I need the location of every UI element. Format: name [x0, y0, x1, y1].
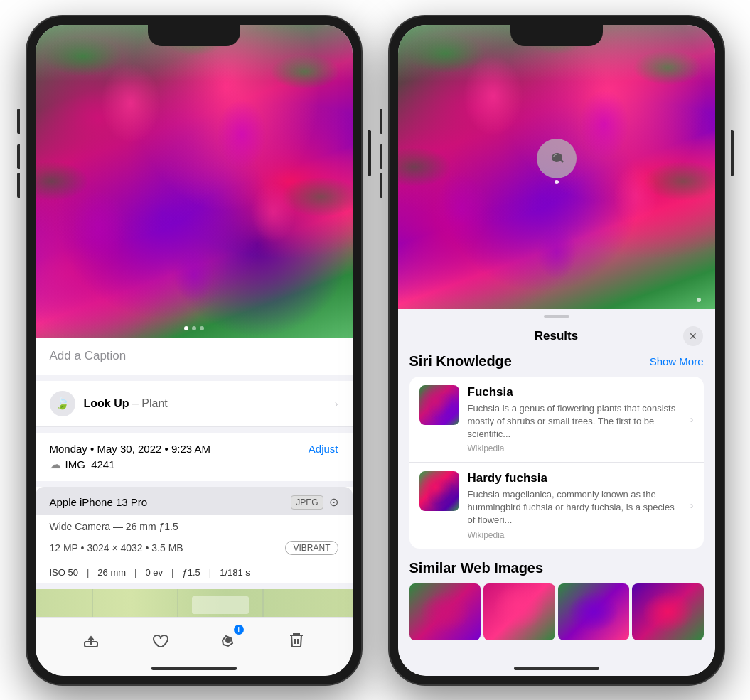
- similar-images-grid: [409, 583, 704, 640]
- similar-image-1[interactable]: [409, 583, 481, 640]
- similar-web-section: Similar Web Images: [409, 560, 704, 640]
- map-roads: [36, 589, 353, 617]
- hardy-source: Wikipedia: [468, 530, 682, 540]
- fuchsia-name: Fuchsia: [468, 385, 682, 399]
- vibrant-badge: VIBRANT: [285, 541, 338, 555]
- camera-detail-row2: 12 MP • 3024 × 4032 • 3.5 MB VIBRANT: [36, 538, 353, 561]
- map-background: [36, 589, 353, 617]
- adjust-button[interactable]: Adjust: [309, 443, 338, 455]
- favorite-button[interactable]: [145, 626, 173, 655]
- close-button[interactable]: ✕: [683, 326, 703, 346]
- hardy-desc: Fuchsia magellanica, commonly known as t…: [468, 488, 682, 527]
- spec-aperture: ƒ1.5: [182, 567, 200, 578]
- share-button[interactable]: [77, 626, 105, 655]
- leaf-icon: 🍃: [55, 397, 70, 410]
- cloud-icon: ☁: [50, 458, 61, 471]
- left-phone: Add a Caption 🍃 Look Up – Plant › Monday…: [27, 16, 361, 684]
- mp-info: 12 MP • 3024 × 4032 • 3.5 MB: [50, 542, 183, 554]
- fuchsia-chevron: ›: [690, 414, 694, 425]
- hardy-thumb-image: [419, 471, 459, 511]
- photo-dot-right: [697, 298, 701, 302]
- camera-specs: ISO 50 | 26 mm | 0 ev | ƒ1.5 | 1/181 s: [36, 561, 353, 583]
- results-title: Results: [535, 329, 578, 343]
- delete-button[interactable]: [282, 626, 311, 655]
- knowledge-item-fuchsia[interactable]: Fuchsia Fuchsia is a genus of flowering …: [409, 377, 704, 463]
- hardy-thumbnail: [419, 471, 459, 511]
- visual-search-button[interactable]: [537, 139, 577, 178]
- hardy-name: Hardy fuchsia: [468, 471, 682, 485]
- results-content: Siri Knowledge Show More Fuchsia Fuchsia…: [398, 353, 715, 676]
- hardy-chevron: ›: [690, 500, 694, 511]
- lookup-row[interactable]: 🍃 Look Up – Plant ›: [36, 381, 353, 427]
- photo-area[interactable]: [36, 25, 353, 338]
- fuchsia-desc: Fuchsia is a genus of flowering plants t…: [468, 402, 682, 441]
- fuchsia-text: Fuchsia Fuchsia is a genus of flowering …: [468, 385, 682, 454]
- camera-section: Apple iPhone 13 Pro JPEG ⊙ Wide Camera —…: [36, 487, 353, 583]
- similar-image-4[interactable]: [632, 583, 704, 640]
- lookup-icon: 🍃: [50, 391, 75, 416]
- camera-icon: ⊙: [329, 495, 338, 509]
- siri-knowledge-title: Siri Knowledge: [409, 353, 512, 370]
- spec-ev: 0 ev: [145, 567, 163, 578]
- similar-web-title: Similar Web Images: [409, 560, 704, 576]
- info-panel: Add a Caption 🍃 Look Up – Plant › Monday…: [36, 338, 353, 617]
- flower-image: [36, 25, 353, 338]
- similar-image-2[interactable]: [483, 583, 555, 640]
- info-button[interactable]: i: [214, 626, 242, 655]
- map-area[interactable]: [36, 589, 353, 617]
- meta-filename: ☁ IMG_4241: [50, 458, 338, 471]
- notch: [148, 25, 240, 46]
- knowledge-item-hardy[interactable]: Hardy fuchsia Fuchsia magellanica, commo…: [409, 463, 704, 549]
- caption-placeholder: Add a Caption: [50, 349, 127, 362]
- fuchsia-thumb-image: [419, 385, 459, 425]
- right-notch: [510, 25, 603, 46]
- knowledge-card: Fuchsia Fuchsia is a genus of flowering …: [409, 377, 704, 549]
- siri-knowledge-header: Siri Knowledge Show More: [409, 353, 704, 370]
- dot-2: [192, 326, 196, 330]
- caption-area[interactable]: Add a Caption: [36, 338, 353, 375]
- spec-focal: 26 mm: [97, 567, 126, 578]
- right-photo-area[interactable]: [398, 25, 715, 309]
- lookup-chevron: ›: [335, 398, 338, 409]
- fuchsia-thumbnail: [419, 385, 459, 425]
- photo-pagination: [184, 326, 204, 330]
- right-phone: Results ✕ Siri Knowledge Show More: [390, 16, 724, 684]
- dot-3: [200, 326, 204, 330]
- camera-wide: Wide Camera — 26 mm ƒ1.5: [36, 515, 353, 538]
- hardy-text: Hardy fuchsia Fuchsia magellanica, commo…: [468, 471, 682, 540]
- spec-shutter: 1/181 s: [220, 567, 250, 578]
- dot-1: [184, 326, 188, 330]
- spec-iso: ISO 50: [50, 567, 78, 578]
- info-badge: i: [234, 625, 244, 635]
- lookup-label: Look Up – Plant: [84, 397, 168, 410]
- visual-search-icon: [547, 149, 567, 168]
- meta-date: Monday • May 30, 2022 • 9:23 AM: [50, 443, 210, 455]
- home-indicator: [151, 667, 237, 670]
- camera-name: Apple iPhone 13 Pro: [50, 496, 148, 508]
- fuchsia-source: Wikipedia: [468, 443, 682, 453]
- similar-image-3[interactable]: [558, 583, 630, 640]
- svg-point-9: [226, 638, 230, 642]
- results-panel: Results ✕ Siri Knowledge Show More: [398, 309, 715, 676]
- svg-rect-5: [192, 596, 249, 614]
- right-home-indicator: [514, 667, 599, 670]
- camera-header: Apple iPhone 13 Pro JPEG ⊙: [36, 487, 353, 515]
- results-header: Results ✕: [398, 321, 715, 353]
- meta-section: Monday • May 30, 2022 • 9:23 AM Adjust ☁…: [36, 433, 353, 481]
- show-more-button[interactable]: Show More: [650, 355, 704, 367]
- jpeg-badge: JPEG: [291, 495, 323, 510]
- drag-handle[interactable]: [544, 315, 569, 318]
- visual-search-dot: [555, 180, 559, 184]
